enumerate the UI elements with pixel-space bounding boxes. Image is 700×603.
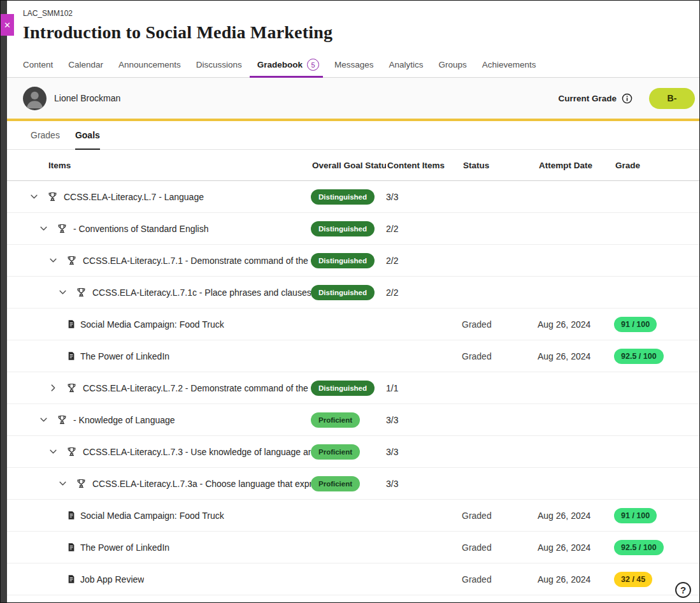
tab-achievements[interactable]: Achievements bbox=[475, 52, 544, 77]
grade-pill[interactable]: 91 / 100 bbox=[614, 317, 657, 332]
goal-status-badge: Proficient bbox=[311, 444, 360, 460]
goal-row: CCSS.ELA-Literacy.L.7.1 - Demonstrate co… bbox=[7, 245, 699, 277]
goal-label: CCSS.ELA-Literacy.L.7.1 - Demonstrate co… bbox=[83, 256, 311, 266]
goal-status-cell: Distinguished bbox=[311, 253, 386, 268]
goal-status-badge: Distinguished bbox=[311, 381, 375, 396]
tab-gradebook[interactable]: Gradebook5 bbox=[250, 52, 327, 77]
expand-chevron-icon[interactable] bbox=[48, 383, 58, 393]
goal-row: CCSS.ELA-Literacy.L.7.1c - Place phrases… bbox=[7, 277, 699, 309]
info-icon[interactable] bbox=[622, 93, 632, 104]
collapse-chevron-icon[interactable] bbox=[58, 287, 68, 297]
subtab-goals[interactable]: Goals bbox=[75, 121, 100, 149]
goal-row: CCSS.ELA-Literacy.L.7.3a - Choose langua… bbox=[7, 468, 699, 500]
column-header-content-items: Content Items bbox=[386, 161, 462, 170]
content-item-link[interactable]: The Power of LinkedIn bbox=[80, 351, 169, 361]
current-grade-pill[interactable]: B- bbox=[649, 88, 695, 109]
goal-status-badge: Distinguished bbox=[311, 253, 375, 268]
nav-item-label: Announcements bbox=[118, 60, 181, 69]
items-cell: CCSS.ELA-Literacy.L.7.1c - Place phrases… bbox=[7, 287, 311, 298]
goal-row: - Conventions of Standard EnglishDisting… bbox=[7, 213, 699, 245]
document-icon bbox=[66, 542, 76, 553]
panel-close-button[interactable]: ✕ bbox=[1, 14, 14, 36]
goal-row: CCSS.ELA-Literacy.L.7.3 - Use knowledge … bbox=[7, 436, 699, 468]
goal-label: CCSS.ELA-Literacy.L.7 - Language bbox=[64, 192, 204, 202]
person-icon bbox=[23, 87, 46, 110]
gradebook-screen: ✕ LAC_SMM102 Introduction to Social Medi… bbox=[0, 0, 700, 603]
goal-trophy-icon bbox=[47, 191, 58, 202]
grade-cell: 92.5 / 100 bbox=[614, 540, 699, 555]
content-items-count: 3/3 bbox=[386, 447, 462, 457]
items-cell: CCSS.ELA-Literacy.L.7.1 - Demonstrate co… bbox=[7, 255, 311, 266]
items-cell: Social Media Campaign: Food Truck bbox=[7, 319, 311, 330]
content-item-link[interactable]: The Power of LinkedIn bbox=[80, 542, 169, 553]
goals-table: ItemsOverall Goal StatusContent ItemsSta… bbox=[7, 150, 699, 595]
content-item-link[interactable]: Job App Review bbox=[80, 574, 144, 585]
column-header-items: Items bbox=[7, 161, 311, 170]
course-nav: ContentCalendarAnnouncementsDiscussionsG… bbox=[7, 52, 699, 78]
status-cell: Graded bbox=[462, 574, 538, 585]
grade-pill[interactable]: 91 / 100 bbox=[614, 508, 657, 523]
item-row: The Power of LinkedInGradedAug 26, 20249… bbox=[7, 532, 699, 563]
grade-pill[interactable]: 92.5 / 100 bbox=[614, 540, 664, 555]
goal-status-cell: Proficient bbox=[311, 412, 386, 428]
grade-cell: 91 / 100 bbox=[614, 508, 699, 523]
items-cell: The Power of LinkedIn bbox=[7, 351, 311, 361]
goal-trophy-icon bbox=[66, 446, 77, 457]
collapse-chevron-icon[interactable] bbox=[39, 224, 48, 233]
goal-row: - Knowledge of LanguageProficient3/3 bbox=[7, 404, 699, 436]
content-items-count: 2/2 bbox=[386, 224, 462, 234]
student-name: Lionel Brockman bbox=[54, 93, 120, 103]
goal-status-badge: Proficient bbox=[311, 476, 360, 491]
tab-discussions[interactable]: Discussions bbox=[189, 52, 250, 77]
goal-trophy-icon bbox=[76, 478, 87, 489]
tab-groups[interactable]: Groups bbox=[431, 52, 475, 77]
collapse-chevron-icon[interactable] bbox=[58, 479, 68, 488]
content-item-link[interactable]: Social Media Campaign: Food Truck bbox=[80, 511, 224, 521]
goal-trophy-icon bbox=[57, 414, 68, 425]
tab-calendar[interactable]: Calendar bbox=[61, 52, 111, 77]
content-items-count: 2/2 bbox=[386, 256, 462, 266]
status-cell: Graded bbox=[462, 319, 538, 330]
content-items-count: 1/1 bbox=[386, 383, 462, 393]
status-cell: Graded bbox=[462, 542, 538, 553]
nav-item-label: Achievements bbox=[482, 60, 536, 69]
content-item-link[interactable]: Social Media Campaign: Food Truck bbox=[80, 319, 224, 330]
help-button[interactable]: ? bbox=[675, 582, 691, 598]
collapse-chevron-icon[interactable] bbox=[29, 192, 39, 201]
current-grade-label: Current Grade bbox=[558, 94, 617, 103]
attempt-date-cell: Aug 26, 2024 bbox=[538, 574, 614, 585]
items-cell: Social Media Campaign: Food Truck bbox=[7, 510, 311, 521]
goal-status-badge: Proficient bbox=[311, 412, 360, 428]
student-bar: Lionel Brockman Current Grade B- bbox=[7, 78, 699, 119]
collapse-chevron-icon[interactable] bbox=[48, 256, 58, 265]
question-mark-icon: ? bbox=[680, 585, 686, 595]
grade-cell: 91 / 100 bbox=[614, 317, 699, 332]
goal-status-cell: Proficient bbox=[311, 476, 386, 491]
attempt-date-cell: Aug 26, 2024 bbox=[538, 542, 614, 553]
document-icon bbox=[66, 319, 76, 330]
goals-table-header: ItemsOverall Goal StatusContent ItemsSta… bbox=[7, 150, 699, 181]
tab-analytics[interactable]: Analytics bbox=[382, 52, 431, 77]
grade-pill[interactable]: 32 / 45 bbox=[614, 572, 652, 587]
tab-content[interactable]: Content bbox=[23, 52, 61, 77]
items-cell: The Power of LinkedIn bbox=[7, 542, 311, 553]
goals-table-body: CCSS.ELA-Literacy.L.7 - LanguageDistingu… bbox=[7, 181, 699, 595]
tab-messages[interactable]: Messages bbox=[327, 52, 382, 77]
goal-trophy-icon bbox=[76, 287, 87, 298]
page-title: Introduction to Social Media Marketing bbox=[23, 22, 683, 43]
item-row: The Power of LinkedInGradedAug 26, 20249… bbox=[7, 340, 699, 372]
goal-status-cell: Distinguished bbox=[311, 189, 386, 205]
nav-item-label: Discussions bbox=[196, 60, 242, 69]
goal-status-badge: Distinguished bbox=[311, 189, 375, 205]
collapse-chevron-icon[interactable] bbox=[39, 415, 48, 425]
document-icon bbox=[66, 351, 76, 361]
goal-trophy-icon bbox=[66, 382, 77, 393]
tab-announcements[interactable]: Announcements bbox=[111, 52, 189, 77]
goal-label: CCSS.ELA-Literacy.L.7.3a - Choose langua… bbox=[92, 479, 311, 489]
background-page-edge bbox=[1, 1, 7, 602]
gradebook-count-badge: 5 bbox=[307, 59, 319, 71]
grade-pill[interactable]: 92.5 / 100 bbox=[614, 349, 664, 364]
collapse-chevron-icon[interactable] bbox=[48, 447, 58, 456]
document-icon bbox=[66, 510, 76, 521]
subtab-grades[interactable]: Grades bbox=[31, 121, 60, 149]
